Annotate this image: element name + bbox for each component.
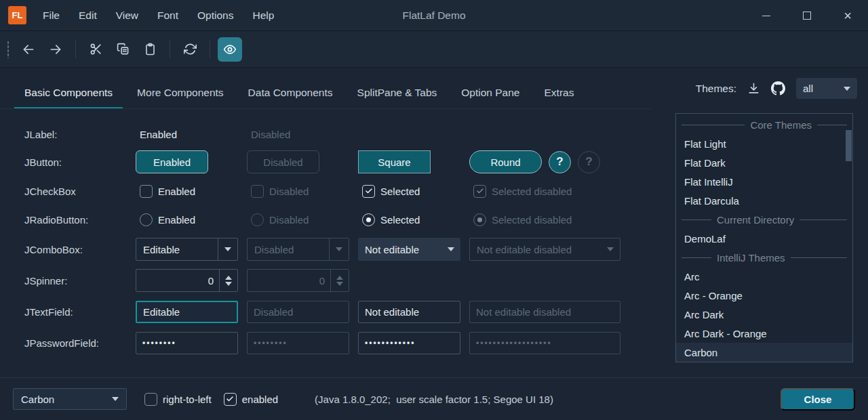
copy-button[interactable] — [111, 37, 135, 62]
clipboard-icon — [144, 43, 157, 56]
theme-item-carbon[interactable]: Carbon — [676, 343, 852, 362]
menu-options[interactable]: Options — [188, 0, 243, 30]
enabled-checkbox[interactable]: enabled — [224, 393, 278, 406]
menu-font[interactable]: Font — [148, 0, 188, 30]
menu-edit[interactable]: Edit — [69, 0, 106, 30]
tab-extras[interactable]: Extras — [534, 77, 585, 109]
menu-view[interactable]: View — [106, 0, 148, 30]
square-button[interactable]: Square — [358, 150, 431, 173]
combobox-editable[interactable]: Editable — [136, 238, 238, 261]
maximize-icon — [803, 12, 811, 20]
tab-data-components[interactable]: Data Components — [238, 77, 343, 109]
close-icon: × — [844, 9, 852, 22]
show-hints-toggle-button[interactable] — [218, 37, 242, 62]
passwordfield-not-editable[interactable]: •••••••••••• — [358, 332, 460, 354]
theme-item-arc-dark-orange[interactable]: Arc Dark - Orange — [676, 324, 852, 343]
radio-selected[interactable]: Selected — [362, 213, 469, 226]
titlebar: FL File Edit View Font Options Help Flat… — [0, 0, 868, 31]
themes-filter-value: all — [803, 83, 813, 94]
checkbox-selected[interactable]: Selected — [362, 185, 469, 198]
github-icon — [771, 81, 785, 96]
checkbox-icon — [251, 185, 264, 198]
app-logo-icon: FL — [8, 6, 26, 24]
themes-list: Core Themes Flat Light Flat Dark Flat In… — [675, 113, 853, 362]
jlabel-enabled: Enabled — [140, 129, 247, 140]
round-button[interactable]: Round — [469, 150, 542, 173]
close-button[interactable]: Close — [781, 388, 855, 411]
themes-separator-current-directory: Current Directory — [676, 210, 852, 229]
status-text: (Java 1.8.0_202; user scale factor 1.5; … — [315, 394, 553, 405]
forward-button[interactable] — [43, 37, 68, 62]
spinner-arrows-icon[interactable] — [220, 276, 237, 286]
tab-splitpane-tabs[interactable]: SplitPane & Tabs — [347, 77, 448, 109]
theme-item-arc-dark[interactable]: Arc Dark — [676, 305, 852, 324]
themes-scrollbar-thumb[interactable] — [846, 130, 852, 161]
textfield-editable[interactable]: Editable — [136, 301, 238, 323]
checkbox-enabled[interactable]: Enabled — [140, 185, 247, 198]
disabled-button: Disabled — [247, 150, 319, 173]
scissors-icon — [90, 43, 102, 56]
close-window-button[interactable]: × — [827, 0, 868, 31]
passwordfield-enabled[interactable]: •••••••• — [136, 332, 238, 354]
jbutton-row-label: JButton: — [24, 156, 136, 168]
forward-arrow-icon — [49, 43, 62, 56]
checkbox-disabled: Disabled — [251, 185, 358, 198]
eye-icon — [223, 43, 237, 56]
cut-button[interactable] — [83, 37, 108, 62]
bottom-bar: Carbon right-to-left enabled (Java 1.8.0… — [0, 377, 868, 420]
refresh-button[interactable] — [178, 37, 202, 62]
theme-item-arc[interactable]: Arc — [676, 267, 852, 286]
tab-more-components[interactable]: More Components — [127, 77, 234, 109]
jpasswordfield-row-label: JPasswordField: — [24, 337, 136, 349]
spinner-enabled[interactable]: 0 — [136, 269, 238, 292]
menu-help[interactable]: Help — [243, 0, 283, 30]
spinner-disabled: 0 — [247, 269, 349, 292]
jlabel-disabled: Disabled — [251, 129, 358, 140]
jlabel-row-label: JLabel: — [24, 129, 136, 140]
themes-filter-combobox[interactable]: all — [796, 78, 857, 99]
minimize-button[interactable] — [746, 0, 787, 31]
textfield-not-editable[interactable]: Not editable — [358, 301, 460, 323]
toolbar-grip[interactable] — [7, 41, 9, 58]
theme-item-flat-light[interactable]: Flat Light — [676, 134, 852, 153]
theme-item-arc-orange[interactable]: Arc - Orange — [676, 286, 852, 305]
jcheckbox-row-label: JCheckBox — [24, 186, 136, 197]
textfield-not-editable-disabled: Not editable disabled — [469, 301, 620, 323]
chevron-down-icon — [448, 247, 454, 251]
toolbar-separator — [170, 41, 170, 58]
theme-item-flat-dark[interactable]: Flat Dark — [676, 153, 852, 172]
maximize-button[interactable] — [787, 0, 827, 31]
copy-icon — [117, 43, 130, 56]
chevron-down-icon — [112, 397, 119, 401]
radio-disabled: Disabled — [251, 213, 358, 226]
theme-select-combobox[interactable]: Carbon — [13, 388, 127, 410]
chevron-down-icon — [607, 247, 614, 251]
help-button[interactable]: ? — [549, 151, 571, 173]
help-button-disabled: ? — [578, 151, 600, 173]
checkbox-checked-icon — [224, 393, 237, 406]
basic-components-panel: JLabel: Enabled Disabled JButton: Enable… — [0, 109, 868, 377]
themes-header: Themes: all — [696, 78, 857, 99]
theme-item-demolaf[interactable]: DemoLaf — [676, 229, 852, 248]
rtl-checkbox[interactable]: right-to-left — [144, 393, 212, 406]
themes-label: Themes: — [696, 83, 736, 95]
toolbar-separator — [210, 41, 210, 58]
minimize-icon — [762, 16, 770, 16]
theme-item-flat-intellij[interactable]: Flat IntelliJ — [676, 172, 852, 191]
checkbox-checked-icon — [473, 185, 486, 198]
tab-option-pane[interactable]: Option Pane — [451, 77, 530, 109]
combobox-disabled: Disabled — [247, 238, 349, 261]
menu-file[interactable]: File — [33, 0, 69, 30]
back-button[interactable] — [16, 37, 41, 62]
paste-button[interactable] — [138, 37, 162, 62]
combobox-not-editable[interactable]: Not editable — [358, 238, 460, 261]
app-window: FL File Edit View Font Options Help Flat… — [0, 0, 868, 420]
tab-basic-components[interactable]: Basic Components — [14, 77, 123, 109]
radio-enabled[interactable]: Enabled — [140, 213, 247, 226]
theme-item-flat-darcula[interactable]: Flat Darcula — [676, 191, 852, 210]
radio-icon — [140, 213, 153, 226]
download-themes-button[interactable] — [747, 82, 760, 95]
enabled-button[interactable]: Enabled — [136, 150, 208, 173]
github-link-button[interactable] — [771, 81, 785, 96]
tab-bar: Basic Components More Components Data Co… — [0, 77, 868, 109]
